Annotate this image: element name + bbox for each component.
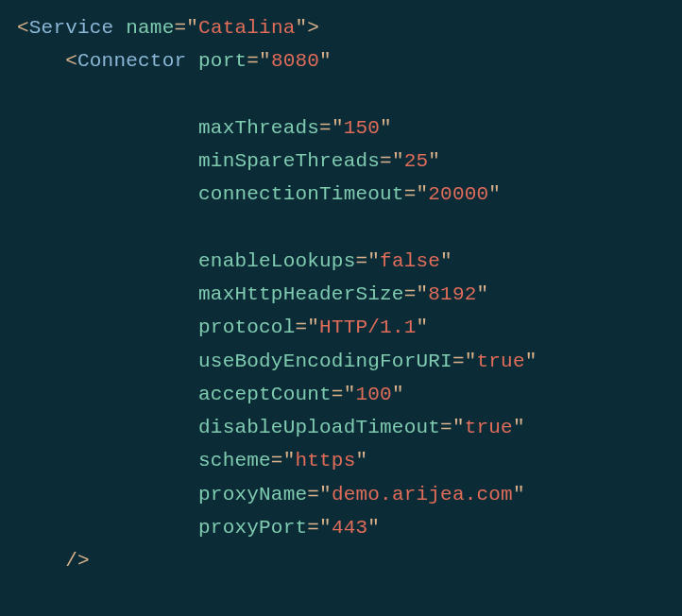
xml-code-block: <Service name="Catalina"> <Connector por… — [0, 0, 682, 595]
xml-punct: " — [465, 351, 477, 372]
xml-attr-value: 20000 — [428, 183, 488, 205]
xml-punct: " — [416, 183, 428, 205]
xml-attr-name: proxyName — [198, 484, 307, 505]
xml-punct: < — [17, 17, 29, 39]
xml-attr-value: 25 — [404, 150, 429, 172]
xml-punct: > — [307, 17, 319, 39]
xml-punct — [17, 150, 198, 172]
xml-attr-name: enableLookups — [198, 250, 355, 272]
xml-punct — [17, 183, 198, 205]
xml-punct: = — [332, 384, 344, 405]
xml-punct: = — [271, 450, 283, 471]
xml-attr-value: 100 — [355, 384, 391, 405]
xml-punct: = — [380, 150, 392, 172]
xml-attr-value: 443 — [332, 517, 367, 539]
xml-punct: " — [488, 183, 501, 205]
xml-punct: " — [319, 484, 332, 505]
xml-punct — [113, 17, 126, 39]
xml-punct: " — [367, 517, 380, 539]
xml-punct — [17, 250, 198, 272]
xml-tag: Connector — [77, 50, 186, 72]
xml-attr-name: protocol — [198, 317, 295, 338]
xml-punct: " — [344, 384, 356, 405]
xml-punct: = — [404, 183, 417, 205]
xml-punct: " — [416, 283, 428, 305]
xml-punct: " — [477, 283, 489, 305]
xml-punct: " — [525, 351, 537, 372]
xml-attr-name: minSpareThreads — [198, 150, 380, 172]
xml-tag: Service — [29, 17, 114, 39]
xml-punct: = — [307, 484, 319, 505]
xml-punct: " — [307, 317, 319, 338]
xml-punct: = — [174, 17, 186, 39]
xml-punct: = — [452, 351, 465, 372]
xml-punct: = — [247, 50, 259, 72]
xml-punct: " — [259, 50, 271, 72]
xml-punct — [17, 450, 198, 471]
xml-punct — [17, 384, 198, 405]
xml-punct: " — [392, 150, 404, 172]
xml-attr-name: connectionTimeout — [198, 183, 404, 205]
xml-punct: " — [319, 517, 332, 539]
xml-punct: " — [283, 450, 296, 471]
xml-attr-name: port — [198, 50, 247, 72]
xml-attr-value: https — [295, 450, 355, 471]
xml-punct: " — [355, 450, 367, 471]
xml-punct: = — [307, 517, 319, 539]
xml-punct: = — [440, 417, 452, 438]
xml-punct: " — [452, 417, 465, 438]
xml-punct — [17, 484, 198, 505]
xml-punct: " — [440, 250, 452, 272]
xml-attr-value: 8192 — [428, 283, 476, 305]
xml-punct — [17, 417, 198, 438]
xml-attr-value: 8080 — [271, 50, 319, 72]
xml-attr-name: disableUploadTimeout — [198, 417, 440, 438]
xml-attr-name: name — [126, 17, 174, 39]
xml-attr-name: scheme — [198, 450, 271, 471]
xml-punct: = — [355, 250, 367, 272]
xml-attr-value: false — [380, 250, 440, 272]
xml-punct — [186, 50, 198, 72]
xml-attr-value: 150 — [344, 117, 380, 139]
xml-attr-name: maxThreads — [198, 117, 319, 139]
xml-attr-value: Catalina — [198, 17, 295, 39]
xml-attr-name: useBodyEncodingForURI — [198, 351, 452, 372]
xml-punct: " — [186, 17, 198, 39]
xml-attr-value: HTTP/1.1 — [319, 317, 416, 338]
xml-punct: " — [296, 17, 308, 39]
xml-attr-value: demo.arijea.com — [332, 484, 513, 505]
xml-attr-name: acceptCount — [198, 384, 332, 405]
xml-punct: " — [417, 317, 429, 338]
xml-punct — [17, 117, 198, 139]
xml-punct: " — [428, 150, 440, 172]
xml-punct: " — [367, 250, 380, 272]
xml-punct: " — [513, 484, 525, 505]
xml-punct: " — [392, 384, 404, 405]
xml-punct: " — [332, 117, 344, 139]
xml-punct: < — [17, 50, 77, 72]
xml-punct — [17, 317, 198, 338]
xml-punct: " — [380, 117, 392, 139]
xml-punct: = — [404, 283, 417, 305]
xml-punct: = — [295, 317, 307, 338]
xml-attr-name: proxyPort — [198, 517, 307, 539]
xml-punct — [17, 351, 198, 372]
xml-punct: = — [319, 117, 332, 139]
xml-punct: " — [319, 50, 332, 72]
xml-punct — [17, 517, 198, 539]
xml-punct — [17, 283, 198, 305]
xml-punct: " — [513, 417, 525, 438]
xml-attr-value: true — [477, 351, 525, 372]
xml-punct: /> — [17, 550, 90, 572]
xml-attr-name: maxHttpHeaderSize — [198, 283, 404, 305]
xml-attr-value: true — [465, 417, 513, 438]
